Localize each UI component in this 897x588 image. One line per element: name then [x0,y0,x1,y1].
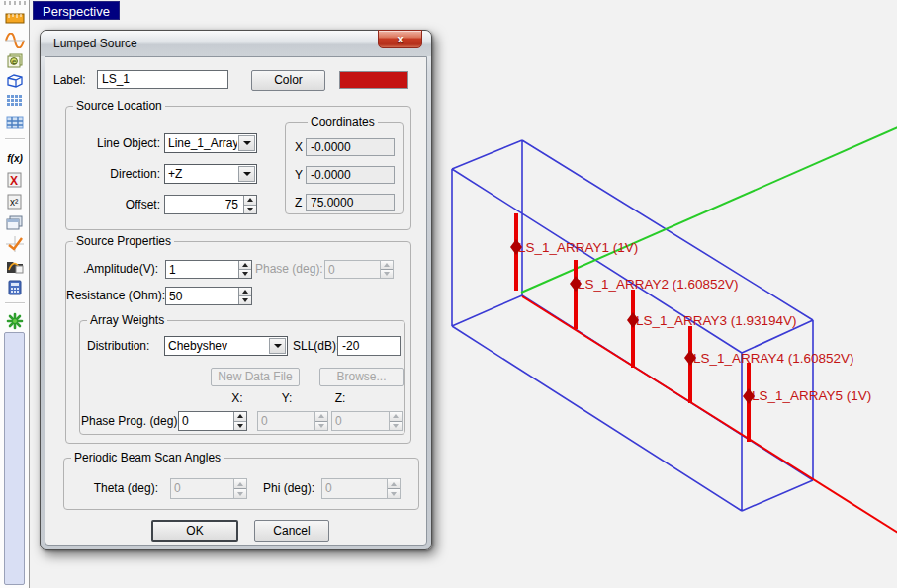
periodic-beam-scan-group: Periodic Beam Scan Angles Theta (deg): 0… [63,458,419,510]
new-data-file-button: New Data File [211,368,300,386]
array-weights-title: Array Weights [87,313,167,327]
coord-z-label: Z [295,194,302,211]
theta-label: Theta (deg): [64,478,158,499]
distribution-label: Distribution: [87,336,149,356]
direction-label: Direction: [66,164,160,184]
phase-prog-x-col-label: X: [227,391,247,405]
phase-label: Phase (deg): [255,260,318,279]
spin-up-icon[interactable] [239,288,251,295]
coord-x-label: X [295,138,303,156]
label-field-label: Label: [53,73,86,87]
spin-up-icon[interactable] [244,196,256,205]
source-properties-group: Source Properties .Amplitude(V): 1 Phase… [65,241,411,444]
coord-y-value: -0.0000 [306,166,395,184]
direction-combo[interactable]: +Z [164,164,257,184]
spin-up-icon [234,479,246,488]
theta-spinner: 0 [170,478,247,499]
line-object-label: Line Object: [66,133,160,153]
sll-label: SLL(dB): [293,336,339,356]
source-label-1: LS_1_ARRAY1 (1V) [518,240,638,255]
spin-down-icon[interactable] [239,295,251,304]
coord-x-value: -0.0000 [306,138,395,156]
spin-down-icon [315,421,327,431]
offset-label: Offset: [66,195,160,214]
phase-prog-y-col-label: Y: [277,391,297,405]
source-location-group: Source Location Line Object: Line_1_Arra… [65,106,411,230]
spin-up-icon [315,412,327,421]
spin-up-icon [390,412,402,421]
phi-label: Phi (deg): [248,478,314,499]
chevron-down-icon[interactable] [238,166,255,182]
distribution-combo[interactable]: Chebyshev [164,336,288,356]
spin-down-icon [381,269,393,278]
spin-up-icon[interactable] [234,412,246,421]
color-button[interactable]: Color [251,70,325,91]
phi-spinner: 0 [321,478,401,499]
spin-up-icon[interactable] [239,261,251,269]
dialog-title: Lumped Source [53,37,137,50]
cancel-button[interactable]: Cancel [254,520,329,542]
close-icon[interactable]: x [378,30,422,48]
source-label-3: LS_1_ARRAY3 (1.93194V) [636,313,797,328]
dialog-titlebar[interactable]: Lumped Source [41,31,431,56]
browse-button: Browse... [319,368,404,386]
ok-button[interactable]: OK [151,520,238,542]
coordinates-title: Coordinates [308,115,378,128]
amplitude-label: .Amplitude(V): [66,260,158,279]
source-label-2: LS_1_ARRAY2 (1.60852V) [578,277,739,292]
coord-z-value: 75.0000 [306,194,395,211]
source-properties-title: Source Properties [73,234,174,248]
spin-down-icon [388,488,400,498]
phase-prog-label: Phase Prog. (deg): [81,411,174,431]
resistance-spinner[interactable]: 50 [165,287,252,305]
phase-spinner: 0 [324,260,394,279]
phase-prog-z-spinner: 0 [331,411,403,431]
spin-down-icon[interactable] [239,269,251,278]
sll-input[interactable]: -20 [337,336,401,356]
chevron-down-icon[interactable] [269,338,286,354]
source-location-title: Source Location [73,99,165,113]
dialog-client-area: Label: LS_1 Color Source Location Line O… [45,56,427,546]
periodic-beam-scan-title: Periodic Beam Scan Angles [71,451,224,464]
tab-perspective[interactable]: Perspective [33,1,120,20]
source-label-5: LS_1_ARRAY5 (1V) [752,388,871,403]
label-input[interactable]: LS_1 [97,70,228,89]
offset-spinner[interactable]: 75 [164,195,257,214]
spin-down-icon [390,421,402,431]
source-label-4: LS_1_ARRAY4 (1.60852V) [693,351,854,366]
spin-up-icon [388,479,400,488]
phase-prog-x-spinner[interactable]: 0 [178,411,247,431]
chevron-down-icon[interactable] [238,135,255,151]
array-weights-group: Array Weights Distribution: Chebyshev SL… [79,320,405,435]
line-object-combo[interactable]: Line_1_Array [164,133,257,153]
phase-prog-z-col-label: Z: [330,391,350,405]
source-labels: LS_1_ARRAY1 (1V) LS_1_ARRAY2 (1.60852V) … [518,240,871,403]
resistance-label: Resistance (Ohm): [66,287,158,305]
coordinates-group: Coordinates X -0.0000 Y -0.0000 Z 75.000… [285,122,404,214]
spin-down-icon[interactable] [244,205,256,214]
phase-prog-y-spinner: 0 [257,411,328,431]
spin-down-icon[interactable] [234,421,246,431]
spin-down-icon [234,488,246,498]
spin-up-icon [381,261,393,269]
lumped-source-dialog: Lumped Source x Label: LS_1 Color Source… [40,30,432,550]
coord-y-label: Y [295,166,303,184]
amplitude-spinner[interactable]: 1 [165,260,252,279]
color-swatch[interactable] [339,71,408,89]
